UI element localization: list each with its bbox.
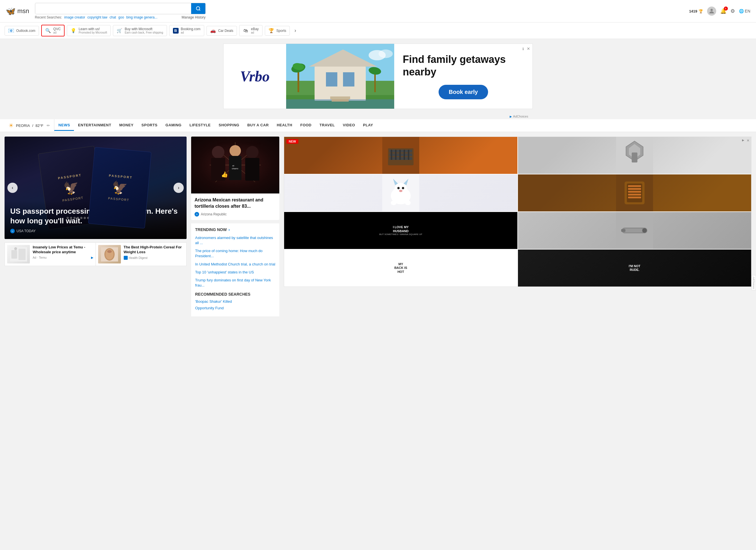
cat-sports[interactable]: SPORTS — [137, 120, 161, 131]
ad-cell-laser[interactable] — [518, 212, 751, 249]
trending-header[interactable]: TRENDING NOW › — [195, 227, 275, 232]
svg-rect-13 — [374, 72, 376, 92]
search-button[interactable] — [191, 3, 205, 14]
microsoft-label: Buy with Microsoft — [125, 27, 163, 31]
top-news-source: A Arizona Republic — [195, 212, 276, 216]
book-early-button[interactable]: Book early — [439, 85, 488, 99]
trending-item-1[interactable]: The price of coming home: How much do Pr… — [195, 248, 275, 258]
svg-point-16 — [379, 49, 393, 58]
shortcut-outlook[interactable]: 📧 Outlook.com — [5, 26, 39, 36]
right-ad-close-button[interactable]: ✕ — [747, 138, 749, 142]
svg-rect-80 — [621, 229, 625, 232]
cat-money[interactable]: MONEY — [115, 120, 137, 131]
qvc-icon: 🔍 — [45, 28, 51, 34]
user-avatar[interactable] — [707, 7, 716, 16]
shortcut-cardeals[interactable]: 🚗 Car Deals — [206, 26, 237, 36]
ad-banner-container: ℹ ✕ Vrbo — [219, 44, 537, 119]
ad-close-button[interactable]: ℹ ✕ — [522, 46, 530, 51]
weather-widget: ☀ PEORIA / 82°F ✏ — [5, 119, 54, 132]
svg-rect-22 — [18, 249, 26, 260]
msn-logo-icon: 🦋 — [6, 7, 16, 16]
recent-item-2[interactable]: chat — [110, 15, 116, 19]
carousel-prev-button[interactable]: ‹ — [7, 183, 18, 193]
svg-rect-51 — [399, 150, 401, 160]
shirt-rude-text: I'M NOT RUDE. — [629, 264, 640, 272]
dog-image — [382, 174, 419, 211]
cardeals-icon: 🚗 — [210, 28, 216, 34]
language-selector[interactable]: 🌐 EN — [739, 9, 750, 13]
right-ad-block: NEW ✕ ▶ — [284, 136, 751, 287]
temu-source: Temu — [39, 256, 47, 259]
temu-card-title: Insanely Low Prices at Temu - Wholesale … — [33, 245, 93, 255]
top-news-title: Arizona Mexican restaurant and tortiller… — [195, 197, 276, 210]
trending-item-4[interactable]: Trump fury dominates on first day of New… — [195, 278, 275, 288]
cereal-card-meta: Health Digest — [124, 256, 184, 260]
temu-card-meta: Ad · Temu ▶ — [33, 256, 93, 259]
cat-video[interactable]: VIDEO — [339, 120, 359, 131]
manage-history-link[interactable]: Manage History — [182, 15, 206, 19]
shortcut-sports[interactable]: 🏆 Sports — [265, 26, 290, 36]
ad-cell-dog[interactable] — [284, 174, 517, 211]
cat-entertainment[interactable]: ENTERTAINMENT — [74, 120, 115, 131]
health-digest-icon — [124, 256, 128, 260]
hero-column: PASSPORT 🦅 PASSPORT PASSPORT 🦅 PASSPORT … — [5, 136, 187, 317]
svg-rect-21 — [11, 250, 17, 258]
ad-choices-label: AdChoices — [513, 115, 528, 118]
cat-lifestyle[interactable]: LIFESTYLE — [185, 120, 215, 131]
source-icon: U — [10, 229, 15, 233]
weather-edit-icon[interactable]: ✏ — [47, 123, 50, 128]
weather-sun-icon: ☀ — [9, 122, 14, 129]
carousel-next-button[interactable]: › — [173, 183, 184, 193]
sub-card-cereal[interactable]: The Best High-Protein Cereal For Weight … — [96, 242, 187, 266]
recent-item-4[interactable]: bing image genera... — [126, 15, 157, 19]
shortcut-qvc[interactable]: 🔍 QVC ad — [41, 25, 65, 36]
cat-health[interactable]: HEALTH — [273, 120, 296, 131]
cat-shopping[interactable]: SHOPPING — [215, 120, 243, 131]
ad-cell-shirt-back[interactable]: MY BACK IS HOT — [284, 249, 517, 287]
cat-gaming[interactable]: GAMING — [162, 120, 185, 131]
shortcut-learn[interactable]: 💡 Learn with us! Promoted by Microsoft — [67, 25, 111, 36]
recent-item-0[interactable]: image creator — [64, 15, 85, 19]
sub-card-temu[interactable]: Insanely Low Prices at Temu - Wholesale … — [5, 242, 96, 266]
recommended-item-1[interactable]: Opportunity Fund — [195, 306, 275, 310]
ad-cell-heater[interactable] — [518, 174, 751, 211]
msn-logo[interactable]: 🦋 msn — [6, 7, 29, 16]
ad-banner: ℹ ✕ Vrbo — [223, 44, 533, 109]
recommended-item-0[interactable]: 'Boopac Shakur' Killed — [195, 299, 275, 304]
cat-food[interactable]: FOOD — [296, 120, 316, 131]
trending-item-0[interactable]: Astronomers alarmed by satellite that ou… — [195, 235, 275, 245]
search-input[interactable] — [35, 3, 191, 14]
learn-sublabel: Promoted by Microsoft — [79, 31, 107, 34]
ad-cell-shirt-husband[interactable]: I LOVE MY HUSBAND BUT SOMETIMES I WANNA … — [284, 212, 517, 249]
shortcuts-scroll-right[interactable]: › — [292, 28, 298, 34]
recent-item-3[interactable]: goo — [118, 15, 124, 19]
settings-icon[interactable]: ⚙ — [730, 8, 735, 14]
ad-cell-socket[interactable] — [518, 137, 751, 174]
cat-news[interactable]: NEWS — [54, 120, 74, 131]
ad-cell-grill[interactable] — [284, 137, 517, 174]
cat-travel[interactable]: TRAVEL — [315, 120, 339, 131]
recent-item-1[interactable]: copyright law — [87, 15, 107, 19]
avatar-icon — [708, 8, 715, 15]
shirt-back-text: MY BACK IS HOT — [394, 262, 407, 274]
passport-country-right: PASSPORT — [109, 174, 133, 179]
ad-cell-shirt-rude[interactable]: I'M NOT RUDE. — [518, 249, 751, 287]
temu-report-icon[interactable]: ▶ — [91, 256, 93, 259]
cereal-card-image — [98, 245, 121, 263]
right-ad-column: NEW ✕ ▶ — [284, 136, 751, 317]
top-news-card[interactable]: el charro 👍 Arizona Mexican restaurant a… — [191, 136, 279, 220]
trending-item-3[interactable]: Top 10 'unhappiest' states in the US — [195, 270, 275, 275]
msn-logo-text: msn — [17, 7, 29, 15]
cat-buy-a-car[interactable]: BUY A CAR — [243, 120, 273, 131]
shortcut-booking[interactable]: B Booking.com ad — [169, 25, 204, 36]
shortcut-ebay[interactable]: 🛍 eBay ad — [239, 25, 262, 36]
shortcut-microsoft[interactable]: 🛒 Buy with Microsoft Earn cash back, Fre… — [113, 25, 167, 36]
cat-play[interactable]: PLAY — [359, 120, 377, 131]
right-ad-adchoices[interactable]: ▶ — [742, 138, 744, 142]
svg-point-37 — [230, 145, 241, 156]
side-adchoices[interactable]: AdChoices — [751, 275, 756, 291]
ad-tagline: Find family getaways nearby — [403, 53, 524, 78]
svg-text:charro: charro — [232, 167, 238, 170]
trending-item-2[interactable]: In United Methodist Church trial, a chur… — [195, 262, 275, 267]
notification-icon[interactable]: 🔔 6 — [720, 8, 726, 14]
